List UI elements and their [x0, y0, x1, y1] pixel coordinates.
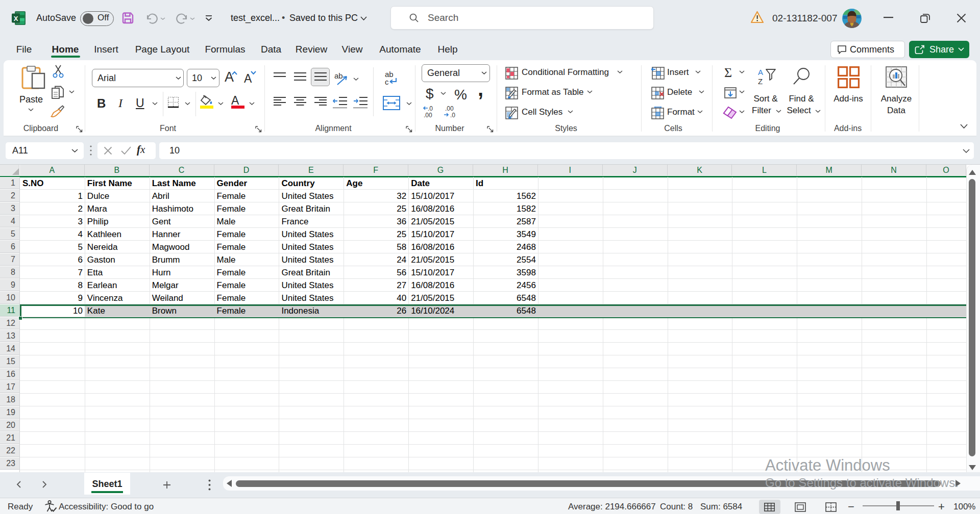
svg-text:.0: .0: [450, 112, 455, 118]
svg-text:A: A: [758, 68, 763, 76]
svg-text:Z: Z: [758, 77, 763, 86]
svg-text:.0: .0: [428, 105, 433, 112]
svg-text:c: c: [385, 78, 389, 86]
svg-text:.00: .00: [424, 112, 432, 118]
svg-text:X: X: [14, 15, 18, 22]
svg-text:ab: ab: [334, 71, 343, 80]
svg-text:.00: .00: [445, 105, 454, 112]
